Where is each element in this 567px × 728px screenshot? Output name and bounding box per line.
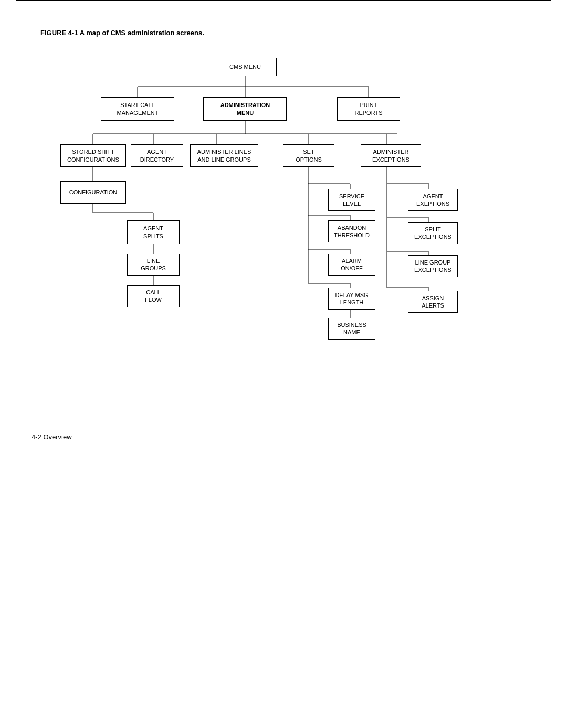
node-agent-exceptions: AGENT EXEPTIONS <box>408 189 458 211</box>
figure-title: FIGURE 4-1 A map of CMS administration s… <box>40 29 527 37</box>
node-alarm-onoff: ALARM ON/OFF <box>328 254 375 276</box>
node-admin-menu: ADMINISTRATIONMENU <box>203 97 287 121</box>
node-cms-menu: CMS MENU <box>214 58 277 76</box>
node-abandon-threshold: ABANDON THRESHOLD <box>328 220 375 242</box>
node-business-name: BUSINESS NAME <box>328 318 375 340</box>
node-start-call: START CALL MANAGEMENT <box>101 97 174 121</box>
node-stored-shift: STORED SHIFT CONFIGURATIONS <box>60 144 126 167</box>
node-configuration: CONFIGURATION <box>60 181 126 204</box>
footer-text: 4-2 Overview <box>32 433 72 441</box>
figure-container: FIGURE 4-1 A map of CMS administration s… <box>32 20 536 413</box>
node-agent-directory: AGENT DIRECTORY <box>131 144 183 167</box>
node-line-groups: LINE GROUPS <box>127 254 180 276</box>
node-set-options: SET OPTIONS <box>283 144 334 167</box>
page-footer: 4-2 Overview <box>32 429 536 441</box>
node-assign-alerts: ASSIGN ALERTS <box>408 291 458 313</box>
node-agent-splits: AGENT SPLITS <box>127 220 180 244</box>
node-delay-msg: DELAY MSG LENGTH <box>328 288 375 310</box>
node-print-reports: PRINT REPORTS <box>337 97 400 121</box>
node-call-flow: CALL FLOW <box>127 285 180 307</box>
node-administer-exceptions: ADMINISTER EXCEPTIONS <box>361 144 421 167</box>
node-service-level: SERVICE LEVEL <box>328 189 375 211</box>
node-administer-lines: ADMINISTER LINES AND LINE GROUPS <box>190 144 258 167</box>
node-line-group-exceptions: LINE GROUP EXCEPTIONS <box>408 255 458 277</box>
diagram: CMS MENU START CALL MANAGEMENT ADMINISTR… <box>40 47 527 404</box>
node-split-exceptions: SPLIT EXCEPTIONS <box>408 222 458 244</box>
